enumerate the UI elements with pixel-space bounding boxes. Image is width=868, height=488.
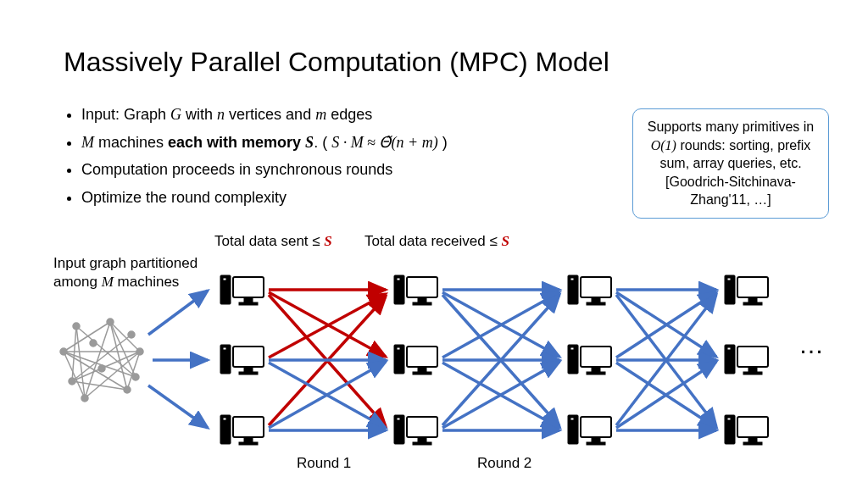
text: Input: Graph <box>81 106 170 123</box>
svg-rect-34 <box>244 297 253 302</box>
svg-rect-44 <box>244 437 253 442</box>
svg-rect-85 <box>743 372 762 374</box>
svg-rect-64 <box>592 297 600 302</box>
svg-rect-50 <box>413 302 431 305</box>
mpc-diagram <box>38 250 826 470</box>
svg-rect-59 <box>418 437 426 442</box>
callout-box: Supports many primitives in O(1) rounds:… <box>632 108 829 219</box>
svg-point-23 <box>124 386 131 393</box>
svg-rect-55 <box>413 372 431 374</box>
svg-rect-83 <box>737 347 768 367</box>
svg-point-21 <box>136 348 143 355</box>
svg-point-18 <box>73 323 80 330</box>
svg-line-3 <box>64 322 110 352</box>
svg-rect-65 <box>587 302 605 305</box>
text: vertices and <box>225 106 315 123</box>
svg-point-17 <box>60 348 67 355</box>
svg-rect-32 <box>223 278 226 280</box>
svg-rect-62 <box>570 278 574 280</box>
svg-point-26 <box>98 365 105 372</box>
bullet-1: Input: Graph G with n vertices and m edg… <box>81 102 448 128</box>
svg-rect-82 <box>727 347 731 350</box>
data-recv-label: Total data received ≤ S <box>364 233 509 250</box>
svg-rect-75 <box>587 442 605 445</box>
slide-title: Massively Parallel Computation (MPC) Mod… <box>64 47 609 78</box>
bullet-2: M machines each with memory S. ( S · M ≈… <box>81 130 448 156</box>
callout-line1b: rounds: sorting, prefix sum, array queri… <box>659 138 810 171</box>
svg-rect-40 <box>239 372 258 374</box>
svg-rect-90 <box>743 442 762 445</box>
svg-line-28 <box>148 291 208 335</box>
svg-rect-63 <box>581 277 611 297</box>
round-1-arrows <box>269 290 386 430</box>
svg-rect-42 <box>223 418 226 420</box>
svg-rect-80 <box>743 302 762 305</box>
bold-text: each with memory <box>168 134 305 151</box>
var-S-red: S <box>324 233 331 249</box>
svg-rect-73 <box>581 417 611 437</box>
svg-rect-88 <box>737 417 768 437</box>
bullet-list: Input: Graph G with n vertices and m edg… <box>66 102 448 212</box>
svg-rect-79 <box>748 297 757 302</box>
var-G: G <box>170 106 181 123</box>
svg-line-8 <box>110 322 127 390</box>
svg-rect-87 <box>727 418 731 420</box>
svg-rect-60 <box>413 442 431 445</box>
round-3-arrows <box>616 290 716 430</box>
partition-arrows <box>148 291 208 428</box>
svg-rect-37 <box>223 347 226 350</box>
svg-rect-39 <box>244 367 253 372</box>
text: machines <box>94 134 168 151</box>
var-S-red: S <box>501 233 509 249</box>
svg-point-19 <box>107 319 114 325</box>
svg-rect-84 <box>748 367 757 372</box>
var-n: n <box>217 106 225 123</box>
svg-rect-49 <box>418 297 426 302</box>
svg-rect-45 <box>239 442 258 445</box>
svg-rect-72 <box>570 418 574 420</box>
callout-o1: O(1) <box>651 138 676 152</box>
round-2-arrows <box>442 290 559 430</box>
svg-rect-48 <box>407 277 437 297</box>
bullet-4: Optimize the round complexity <box>81 185 448 211</box>
svg-rect-57 <box>397 418 400 420</box>
svg-rect-77 <box>727 278 731 280</box>
text: Total data sent ≤ <box>214 233 324 249</box>
svg-point-27 <box>90 340 97 347</box>
svg-rect-70 <box>587 372 605 374</box>
svg-rect-35 <box>239 302 258 305</box>
svg-rect-54 <box>418 367 426 372</box>
svg-rect-89 <box>748 437 757 442</box>
text: with <box>181 106 217 123</box>
var-M: M <box>81 134 94 151</box>
svg-rect-52 <box>397 347 400 350</box>
svg-point-22 <box>132 374 139 380</box>
text: . ( <box>314 134 331 151</box>
svg-rect-68 <box>581 347 611 367</box>
svg-point-20 <box>128 331 135 338</box>
svg-line-30 <box>148 385 208 428</box>
svg-rect-53 <box>407 347 437 367</box>
svg-rect-38 <box>233 347 264 367</box>
text: edges <box>326 106 372 123</box>
var-S-bold: S <box>305 134 314 151</box>
math-expr: S · M ≈ Θ̃(n + m) <box>331 134 438 151</box>
text: ) <box>438 134 448 151</box>
svg-rect-74 <box>592 437 600 442</box>
text: Total data received ≤ <box>364 233 501 249</box>
svg-rect-78 <box>737 277 768 297</box>
svg-line-15 <box>72 326 76 381</box>
var-m: m <box>315 106 326 123</box>
svg-rect-58 <box>407 417 437 437</box>
input-graph-icon <box>60 319 143 402</box>
callout-line1a: Supports many primitives in <box>648 119 815 134</box>
svg-point-24 <box>81 395 88 402</box>
svg-rect-67 <box>570 347 574 350</box>
svg-rect-69 <box>592 367 600 372</box>
bullet-3: Computation proceeds in synchronous roun… <box>81 157 448 183</box>
svg-rect-43 <box>233 417 264 437</box>
svg-rect-33 <box>233 277 264 297</box>
svg-rect-47 <box>397 278 400 280</box>
data-sent-label: Total data sent ≤ S <box>214 233 332 250</box>
svg-point-25 <box>69 378 75 385</box>
